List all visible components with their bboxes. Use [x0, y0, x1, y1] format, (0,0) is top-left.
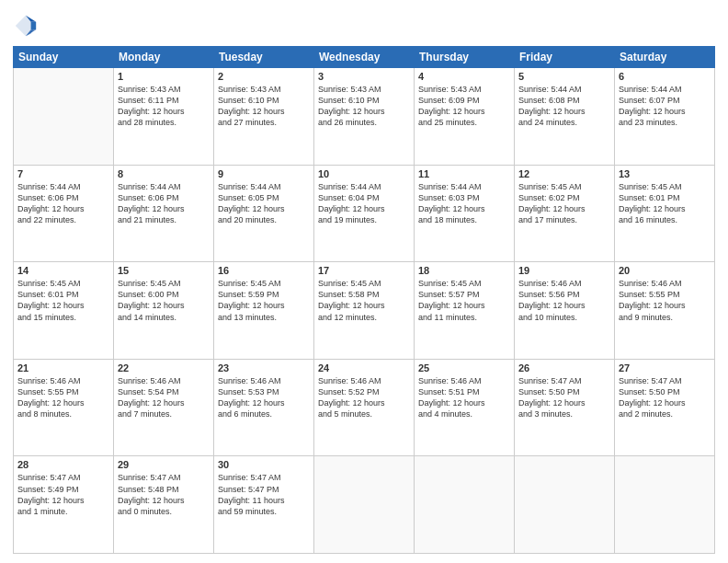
day-number: 11: [418, 168, 510, 179]
header-cell-tuesday: Tuesday: [214, 47, 314, 68]
calendar-week-5: 28Sunrise: 5:47 AMSunset: 5:49 PMDayligh…: [14, 456, 715, 554]
day-number: 7: [17, 168, 109, 179]
cell-line: Sunset: 5:57 PM: [418, 290, 480, 299]
cell-info: Sunrise: 5:44 AMSunset: 6:06 PMDaylight:…: [118, 181, 210, 226]
cell-line: Sunset: 6:09 PM: [418, 96, 480, 105]
cell-info: Sunrise: 5:44 AMSunset: 6:06 PMDaylight:…: [17, 181, 109, 226]
calendar-header: SundayMondayTuesdayWednesdayThursdayFrid…: [14, 47, 715, 68]
cell-info: Sunrise: 5:46 AMSunset: 5:55 PMDaylight:…: [17, 375, 109, 420]
day-number: 22: [118, 362, 210, 373]
cell-line: Sunset: 5:52 PM: [318, 387, 380, 396]
day-number: 4: [418, 71, 510, 82]
cell-line: and 8 minutes.: [17, 409, 72, 419]
cell-line: Sunrise: 5:45 AM: [518, 182, 582, 191]
cell-line: Sunset: 6:07 PM: [619, 96, 680, 105]
calendar-cell: 26Sunrise: 5:47 AMSunset: 5:50 PMDayligh…: [515, 359, 615, 456]
cell-line: Sunset: 5:50 PM: [518, 387, 580, 396]
cell-line: and 4 minutes.: [418, 409, 472, 419]
cell-line: Daylight: 11 hours: [218, 496, 285, 505]
calendar-body: 1Sunrise: 5:43 AMSunset: 6:11 PMDaylight…: [14, 68, 715, 554]
calendar-cell: 22Sunrise: 5:46 AMSunset: 5:54 PMDayligh…: [114, 359, 214, 456]
calendar-cell: [515, 456, 615, 554]
cell-line: Sunrise: 5:47 AM: [218, 473, 281, 482]
cell-line: Daylight: 12 hours: [17, 496, 85, 505]
cell-line: Sunrise: 5:47 AM: [619, 376, 682, 385]
cell-line: Daylight: 12 hours: [118, 204, 185, 213]
calendar-cell: 9Sunrise: 5:44 AMSunset: 6:05 PMDaylight…: [214, 165, 314, 262]
cell-line: Sunrise: 5:44 AM: [619, 85, 682, 94]
cell-line: and 11 minutes.: [418, 313, 477, 322]
cell-info: Sunrise: 5:47 AMSunset: 5:49 PMDaylight:…: [17, 472, 109, 517]
cell-info: Sunrise: 5:44 AMSunset: 6:07 PMDaylight:…: [619, 84, 711, 129]
cell-line: and 9 minutes.: [619, 313, 673, 322]
day-number: 14: [17, 265, 109, 276]
cell-line: and 17 minutes.: [518, 215, 577, 224]
cell-line: Daylight: 12 hours: [17, 398, 85, 408]
calendar-cell: 21Sunrise: 5:46 AMSunset: 5:55 PMDayligh…: [14, 359, 114, 456]
cell-line: Daylight: 12 hours: [418, 204, 485, 213]
calendar-cell: 18Sunrise: 5:45 AMSunset: 5:57 PMDayligh…: [415, 262, 515, 360]
cell-line: Sunset: 5:47 PM: [218, 485, 279, 494]
calendar-cell: 10Sunrise: 5:44 AMSunset: 6:04 PMDayligh…: [314, 165, 415, 262]
calendar-cell: 30Sunrise: 5:47 AMSunset: 5:47 PMDayligh…: [214, 456, 314, 554]
day-number: 24: [318, 362, 410, 373]
day-number: 6: [619, 71, 711, 82]
cell-info: Sunrise: 5:45 AMSunset: 6:01 PMDaylight:…: [619, 181, 711, 226]
cell-line: and 12 minutes.: [318, 313, 377, 322]
cell-line: Daylight: 12 hours: [518, 107, 586, 116]
cell-line: Daylight: 12 hours: [619, 301, 686, 310]
calendar-cell: 27Sunrise: 5:47 AMSunset: 5:50 PMDayligh…: [615, 359, 715, 456]
cell-line: Daylight: 12 hours: [318, 107, 385, 116]
cell-line: Daylight: 12 hours: [118, 301, 185, 310]
cell-line: and 10 minutes.: [518, 313, 577, 322]
calendar-week-1: 1Sunrise: 5:43 AMSunset: 6:11 PMDaylight…: [14, 68, 715, 166]
cell-line: Sunrise: 5:44 AM: [118, 182, 181, 191]
header-cell-wednesday: Wednesday: [314, 47, 415, 68]
header-cell-sunday: Sunday: [14, 47, 114, 68]
day-number: 2: [218, 71, 310, 82]
cell-line: Sunset: 5:51 PM: [418, 387, 480, 396]
cell-info: Sunrise: 5:43 AMSunset: 6:10 PMDaylight:…: [218, 84, 310, 129]
logo: [13, 13, 42, 39]
header-cell-saturday: Saturday: [615, 47, 715, 68]
day-number: 28: [17, 459, 109, 470]
cell-line: Sunrise: 5:47 AM: [118, 473, 181, 482]
cell-line: and 6 minutes.: [218, 409, 272, 419]
cell-line: Sunrise: 5:45 AM: [418, 279, 482, 288]
cell-line: Daylight: 12 hours: [619, 204, 686, 213]
day-number: 15: [118, 265, 210, 276]
calendar-week-4: 21Sunrise: 5:46 AMSunset: 5:55 PMDayligh…: [14, 359, 715, 456]
cell-line: and 13 minutes.: [218, 313, 277, 322]
day-number: 13: [619, 168, 711, 179]
day-number: 19: [518, 265, 610, 276]
cell-line: Sunrise: 5:46 AM: [418, 376, 482, 385]
cell-info: Sunrise: 5:44 AMSunset: 6:04 PMDaylight:…: [318, 181, 410, 226]
header-cell-friday: Friday: [515, 47, 615, 68]
cell-info: Sunrise: 5:43 AMSunset: 6:09 PMDaylight:…: [418, 84, 510, 129]
calendar-cell: 11Sunrise: 5:44 AMSunset: 6:03 PMDayligh…: [415, 165, 515, 262]
day-number: 30: [218, 459, 310, 470]
cell-line: Sunrise: 5:43 AM: [418, 85, 482, 94]
cell-line: Daylight: 12 hours: [318, 398, 385, 408]
cell-line: Sunset: 5:54 PM: [118, 387, 179, 396]
cell-info: Sunrise: 5:46 AMSunset: 5:54 PMDaylight:…: [118, 375, 210, 420]
cell-line: Sunrise: 5:47 AM: [17, 473, 81, 482]
calendar-cell: 1Sunrise: 5:43 AMSunset: 6:11 PMDaylight…: [114, 68, 214, 166]
calendar-cell: 16Sunrise: 5:45 AMSunset: 5:59 PMDayligh…: [214, 262, 314, 360]
cell-line: Daylight: 12 hours: [218, 398, 285, 408]
calendar-week-3: 14Sunrise: 5:45 AMSunset: 6:01 PMDayligh…: [14, 262, 715, 360]
calendar-table: SundayMondayTuesdayWednesdayThursdayFrid…: [13, 46, 715, 554]
cell-info: Sunrise: 5:46 AMSunset: 5:52 PMDaylight:…: [318, 375, 410, 420]
cell-info: Sunrise: 5:46 AMSunset: 5:56 PMDaylight:…: [518, 278, 610, 323]
cell-line: and 19 minutes.: [318, 215, 377, 224]
day-number: 16: [218, 265, 310, 276]
cell-line: Sunrise: 5:45 AM: [118, 279, 181, 288]
cell-line: Sunset: 6:08 PM: [518, 96, 580, 105]
cell-line: Daylight: 12 hours: [518, 398, 586, 408]
cell-line: Sunset: 6:00 PM: [118, 290, 179, 299]
cell-line: Sunset: 6:04 PM: [318, 193, 380, 202]
day-number: 27: [619, 362, 711, 373]
cell-line: Sunrise: 5:44 AM: [518, 85, 582, 94]
cell-line: Sunrise: 5:46 AM: [218, 376, 281, 385]
cell-line: Sunset: 5:55 PM: [17, 387, 79, 396]
